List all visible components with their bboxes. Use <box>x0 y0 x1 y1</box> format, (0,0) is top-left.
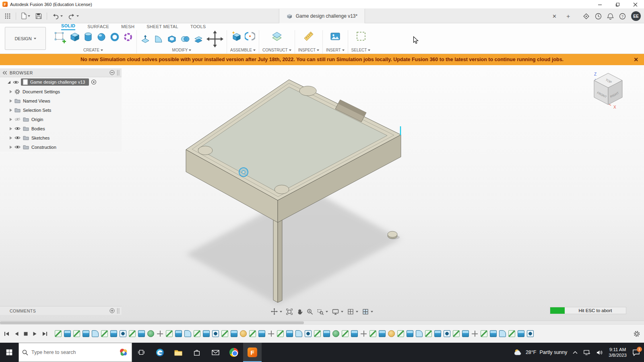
timeline-feature-sketch[interactable] <box>425 330 432 337</box>
visibility-eye-icon[interactable] <box>14 126 21 131</box>
zoom-icon[interactable] <box>307 309 313 315</box>
tab-tools[interactable]: TOOLS <box>190 24 206 30</box>
select-icon[interactable] <box>355 31 367 42</box>
timeline-feature-extrude[interactable] <box>286 330 293 337</box>
browser-root-row[interactable]: Game design challenge v13 <box>0 77 122 87</box>
panel-grip[interactable] <box>117 70 119 76</box>
go-to-end-icon[interactable] <box>42 331 47 337</box>
avatar[interactable]: EE <box>631 11 641 21</box>
browser-item-selection-sets[interactable]: Selection Sets <box>0 105 122 115</box>
timeline-feature-sketch[interactable] <box>73 330 80 337</box>
browser-item-sketches[interactable]: Sketches <box>0 133 122 142</box>
timeline-settings-gear-icon[interactable] <box>630 331 644 337</box>
active-document-node[interactable]: Game design challenge v13 <box>21 78 89 86</box>
search-highlights-icon[interactable] <box>119 348 128 357</box>
timeline-feature-extrude[interactable] <box>379 330 386 337</box>
collapse-all-icon[interactable] <box>109 70 115 75</box>
view-cube[interactable]: Z X TOP FRONT RIGHT <box>586 69 630 111</box>
edge-icon[interactable] <box>151 343 169 362</box>
ground-component-icon[interactable] <box>91 79 97 85</box>
expander-icon[interactable] <box>7 80 11 84</box>
combine-icon[interactable] <box>180 34 190 44</box>
insert-group-label[interactable]: INSERT <box>326 47 345 53</box>
timeline-feature-sketch[interactable] <box>397 330 404 337</box>
cylinder-icon[interactable] <box>83 32 93 42</box>
insert-canvas-icon[interactable] <box>330 31 341 42</box>
model-leg-side[interactable] <box>278 219 282 302</box>
timeline-feature-fillet[interactable] <box>416 330 423 337</box>
app-launcher-icon[interactable] <box>2 11 13 21</box>
document-tab[interactable]: Game design challenge v13* <box>279 9 365 23</box>
task-view-button[interactable] <box>132 343 151 362</box>
fillet-icon[interactable] <box>153 34 164 44</box>
visibility-eye-icon[interactable] <box>14 136 21 140</box>
maximize-button[interactable] <box>609 0 626 9</box>
timeline-feature-sketch[interactable] <box>453 330 460 337</box>
move-copy-icon[interactable] <box>206 31 223 47</box>
fusion-360-taskbar-icon[interactable]: F <box>243 343 262 362</box>
model-corner-bumper-left[interactable] <box>198 146 213 155</box>
timeline-feature-extrude[interactable] <box>258 330 265 337</box>
assemble-group-label[interactable]: ASSEMBLE <box>230 47 256 53</box>
timeline-feature-move[interactable] <box>268 330 275 337</box>
fit-view-icon[interactable] <box>286 309 293 315</box>
pan-icon[interactable] <box>297 309 303 315</box>
timeline-feature-sketch[interactable] <box>101 330 108 337</box>
weather-widget[interactable]: 28°F Partly sunny <box>514 348 567 356</box>
create-group-label[interactable]: CREATE <box>53 47 133 53</box>
banner-close-icon[interactable]: ✕ <box>634 56 638 63</box>
model-corner-bumper-top[interactable] <box>299 86 316 96</box>
measure-icon[interactable] <box>303 31 314 42</box>
close-tab-icon[interactable]: ✕ <box>552 13 557 19</box>
timeline-feature-extrude[interactable] <box>407 330 413 337</box>
timeline-feature-move[interactable] <box>471 330 478 337</box>
timeline-feature-fillet[interactable] <box>499 330 506 337</box>
tab-surface[interactable]: SURFACE <box>87 24 109 30</box>
timeline-feature-move[interactable] <box>360 330 367 337</box>
box-icon[interactable] <box>70 32 80 42</box>
store-icon[interactable] <box>188 343 206 362</box>
viewports-icon[interactable] <box>362 309 373 315</box>
go-to-start-icon[interactable] <box>4 331 10 337</box>
construction-plane-icon[interactable] <box>271 31 283 42</box>
minimize-button[interactable] <box>591 0 609 9</box>
timeline-feature-hole[interactable] <box>444 330 450 337</box>
browser-item-construction[interactable]: Construction <box>0 142 122 152</box>
file-explorer-icon[interactable] <box>169 343 188 362</box>
close-window-button[interactable] <box>626 0 644 9</box>
timeline-feature-fillet[interactable] <box>184 330 191 337</box>
timeline-feature-extrude[interactable] <box>518 330 524 337</box>
expander-icon[interactable] <box>10 99 12 103</box>
model-leg-front[interactable] <box>273 218 278 302</box>
timeline-feature-joint[interactable] <box>240 330 247 337</box>
timeline-feature-sketch[interactable] <box>129 330 136 337</box>
timeline-feature-hole[interactable] <box>527 330 534 337</box>
new-tab-icon[interactable]: ＋ <box>565 12 571 20</box>
extensions-icon[interactable] <box>583 13 590 20</box>
expander-icon[interactable] <box>10 136 12 140</box>
timeline-feature-fillet[interactable] <box>92 330 99 337</box>
timeline-feature-extrude[interactable] <box>351 330 358 337</box>
add-comment-icon[interactable] <box>109 308 115 313</box>
tab-sheet-metal[interactable]: SHEET METAL <box>147 24 178 30</box>
redo-icon[interactable] <box>66 11 81 21</box>
press-pull-icon[interactable] <box>140 34 151 44</box>
new-component-icon[interactable] <box>231 31 242 42</box>
timeline-feature-revolve[interactable] <box>147 330 154 337</box>
timeline-feature-hole[interactable] <box>120 330 126 337</box>
job-status-icon[interactable] <box>595 13 602 20</box>
timeline-feature-extrude[interactable] <box>83 330 89 337</box>
collapse-panel-icon[interactable] <box>2 71 7 75</box>
browser-item-document-settings[interactable]: Document Settings <box>0 87 122 96</box>
timeline-feature-extrude[interactable] <box>110 330 117 337</box>
step-forward-icon[interactable] <box>33 331 37 337</box>
timeline-feature-sketch[interactable] <box>277 330 284 337</box>
browser-item-origin[interactable]: Origin <box>0 115 122 124</box>
chrome-icon[interactable] <box>225 343 243 362</box>
volume-icon[interactable] <box>596 350 603 356</box>
timeline-feature-sketch[interactable] <box>194 330 200 337</box>
timeline-feature-extrude[interactable] <box>462 330 469 337</box>
workspace-switcher[interactable]: DESIGN <box>5 27 46 50</box>
tab-mesh[interactable]: MESH <box>121 24 134 30</box>
offset-face-icon[interactable] <box>193 34 204 44</box>
